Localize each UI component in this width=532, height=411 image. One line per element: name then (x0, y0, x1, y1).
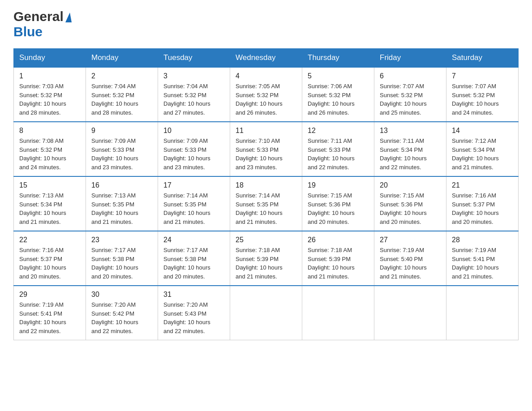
day-number: 20 (380, 181, 441, 189)
logo-triangle-icon (65, 13, 72, 22)
day-number: 23 (91, 236, 152, 244)
day-info: Sunrise: 7:12 AMSunset: 5:34 PMDaylight:… (452, 137, 513, 171)
header-tuesday: Tuesday (158, 49, 230, 68)
day-cell-27: 27 Sunrise: 7:19 AMSunset: 5:40 PMDaylig… (374, 231, 446, 286)
week-row-3: 15 Sunrise: 7:13 AMSunset: 5:34 PMDaylig… (14, 176, 519, 231)
day-info: Sunrise: 7:16 AMSunset: 5:37 PMDaylight:… (19, 246, 80, 281)
day-number: 15 (19, 181, 80, 189)
day-cell-7: 7 Sunrise: 7:07 AMSunset: 5:32 PMDayligh… (446, 67, 519, 122)
day-number: 3 (163, 72, 224, 80)
day-cell-20: 20 Sunrise: 7:15 AMSunset: 5:36 PMDaylig… (374, 176, 446, 231)
header-saturday: Saturday (446, 49, 519, 68)
day-cell-19: 19 Sunrise: 7:15 AMSunset: 5:36 PMDaylig… (302, 176, 374, 231)
day-number: 27 (380, 236, 441, 244)
day-info: Sunrise: 7:10 AMSunset: 5:33 PMDaylight:… (236, 137, 296, 171)
day-number: 19 (308, 181, 369, 189)
day-info: Sunrise: 7:07 AMSunset: 5:32 PMDaylight:… (452, 82, 513, 117)
day-cell-28: 28 Sunrise: 7:19 AMSunset: 5:41 PMDaylig… (446, 231, 519, 286)
header-wednesday: Wednesday (230, 49, 302, 68)
day-number: 13 (380, 127, 441, 135)
day-number: 17 (163, 181, 224, 189)
day-info: Sunrise: 7:11 AMSunset: 5:34 PMDaylight:… (380, 137, 441, 171)
header-friday: Friday (374, 49, 446, 68)
day-cell-12: 12 Sunrise: 7:11 AMSunset: 5:33 PMDaylig… (302, 122, 374, 176)
day-info: Sunrise: 7:14 AMSunset: 5:35 PMDaylight:… (236, 191, 296, 226)
day-cell-1: 1 Sunrise: 7:03 AMSunset: 5:32 PMDayligh… (14, 67, 86, 122)
day-cell-6: 6 Sunrise: 7:07 AMSunset: 5:32 PMDayligh… (374, 67, 446, 122)
day-cell-31: 31 Sunrise: 7:20 AMSunset: 5:43 PMDaylig… (158, 286, 230, 340)
day-info: Sunrise: 7:13 AMSunset: 5:34 PMDaylight:… (19, 191, 80, 226)
day-info: Sunrise: 7:19 AMSunset: 5:41 PMDaylight:… (19, 300, 80, 335)
day-cell-23: 23 Sunrise: 7:17 AMSunset: 5:38 PMDaylig… (86, 231, 158, 286)
header-sunday: Sunday (14, 49, 86, 68)
header-thursday: Thursday (302, 49, 374, 68)
day-number: 21 (452, 181, 513, 189)
calendar-header-row: SundayMondayTuesdayWednesdayThursdayFrid… (14, 49, 519, 68)
day-number: 7 (452, 72, 513, 80)
day-cell-16: 16 Sunrise: 7:13 AMSunset: 5:35 PMDaylig… (86, 176, 158, 231)
day-info: Sunrise: 7:18 AMSunset: 5:39 PMDaylight:… (308, 246, 369, 281)
day-number: 24 (163, 236, 224, 244)
day-cell-8: 8 Sunrise: 7:08 AMSunset: 5:32 PMDayligh… (14, 122, 86, 176)
day-info: Sunrise: 7:11 AMSunset: 5:33 PMDaylight:… (308, 137, 369, 171)
day-cell-29: 29 Sunrise: 7:19 AMSunset: 5:41 PMDaylig… (14, 286, 86, 340)
day-number: 30 (91, 291, 152, 299)
day-number: 29 (19, 291, 80, 299)
day-cell-9: 9 Sunrise: 7:09 AMSunset: 5:33 PMDayligh… (86, 122, 158, 176)
day-number: 18 (236, 181, 296, 189)
day-cell-22: 22 Sunrise: 7:16 AMSunset: 5:37 PMDaylig… (14, 231, 86, 286)
day-cell-24: 24 Sunrise: 7:17 AMSunset: 5:38 PMDaylig… (158, 231, 230, 286)
day-info: Sunrise: 7:13 AMSunset: 5:35 PMDaylight:… (91, 191, 152, 226)
day-number: 10 (163, 127, 224, 135)
week-row-1: 1 Sunrise: 7:03 AMSunset: 5:32 PMDayligh… (14, 67, 519, 122)
day-number: 25 (236, 236, 296, 244)
day-number: 31 (163, 291, 224, 299)
day-info: Sunrise: 7:19 AMSunset: 5:41 PMDaylight:… (452, 246, 513, 281)
day-number: 26 (308, 236, 369, 244)
logo-blue-text: Blue (13, 24, 43, 39)
header-monday: Monday (86, 49, 158, 68)
day-cell-5: 5 Sunrise: 7:06 AMSunset: 5:32 PMDayligh… (302, 67, 374, 122)
day-number: 1 (19, 72, 80, 80)
day-cell-25: 25 Sunrise: 7:18 AMSunset: 5:39 PMDaylig… (230, 231, 302, 286)
day-cell-18: 18 Sunrise: 7:14 AMSunset: 5:35 PMDaylig… (230, 176, 302, 231)
week-row-2: 8 Sunrise: 7:08 AMSunset: 5:32 PMDayligh… (14, 122, 519, 176)
day-cell-21: 21 Sunrise: 7:16 AMSunset: 5:37 PMDaylig… (446, 176, 519, 231)
calendar-table: SundayMondayTuesdayWednesdayThursdayFrid… (13, 48, 519, 340)
day-number: 12 (308, 127, 369, 135)
day-info: Sunrise: 7:15 AMSunset: 5:36 PMDaylight:… (380, 191, 441, 226)
logo: General Blue (13, 9, 72, 39)
day-number: 11 (236, 127, 296, 135)
day-cell-15: 15 Sunrise: 7:13 AMSunset: 5:34 PMDaylig… (14, 176, 86, 231)
day-cell-13: 13 Sunrise: 7:11 AMSunset: 5:34 PMDaylig… (374, 122, 446, 176)
day-number: 16 (91, 181, 152, 189)
day-info: Sunrise: 7:08 AMSunset: 5:32 PMDaylight:… (19, 137, 80, 171)
day-info: Sunrise: 7:05 AMSunset: 5:32 PMDaylight:… (236, 82, 296, 117)
day-info: Sunrise: 7:04 AMSunset: 5:32 PMDaylight:… (163, 82, 224, 117)
day-number: 28 (452, 236, 513, 244)
day-info: Sunrise: 7:14 AMSunset: 5:35 PMDaylight:… (163, 191, 224, 226)
day-info: Sunrise: 7:20 AMSunset: 5:42 PMDaylight:… (91, 300, 152, 335)
week-row-5: 29 Sunrise: 7:19 AMSunset: 5:41 PMDaylig… (14, 286, 519, 340)
day-cell-11: 11 Sunrise: 7:10 AMSunset: 5:33 PMDaylig… (230, 122, 302, 176)
day-info: Sunrise: 7:17 AMSunset: 5:38 PMDaylight:… (163, 246, 224, 281)
day-cell-30: 30 Sunrise: 7:20 AMSunset: 5:42 PMDaylig… (86, 286, 158, 340)
day-cell-4: 4 Sunrise: 7:05 AMSunset: 5:32 PMDayligh… (230, 67, 302, 122)
day-number: 14 (452, 127, 513, 135)
day-info: Sunrise: 7:20 AMSunset: 5:43 PMDaylight:… (163, 300, 224, 335)
day-number: 5 (308, 72, 369, 80)
day-cell-2: 2 Sunrise: 7:04 AMSunset: 5:32 PMDayligh… (86, 67, 158, 122)
day-number: 9 (91, 127, 152, 135)
day-cell-14: 14 Sunrise: 7:12 AMSunset: 5:34 PMDaylig… (446, 122, 519, 176)
day-info: Sunrise: 7:04 AMSunset: 5:32 PMDaylight:… (91, 82, 152, 117)
day-number: 4 (236, 72, 296, 80)
day-info: Sunrise: 7:18 AMSunset: 5:39 PMDaylight:… (236, 246, 296, 281)
day-cell-26: 26 Sunrise: 7:18 AMSunset: 5:39 PMDaylig… (302, 231, 374, 286)
empty-cell (230, 286, 302, 340)
day-number: 22 (19, 236, 80, 244)
week-row-4: 22 Sunrise: 7:16 AMSunset: 5:37 PMDaylig… (14, 231, 519, 286)
day-info: Sunrise: 7:09 AMSunset: 5:33 PMDaylight:… (91, 137, 152, 171)
day-cell-3: 3 Sunrise: 7:04 AMSunset: 5:32 PMDayligh… (158, 67, 230, 122)
logo-general-text: General (13, 9, 64, 24)
page-header: General Blue (13, 9, 519, 39)
